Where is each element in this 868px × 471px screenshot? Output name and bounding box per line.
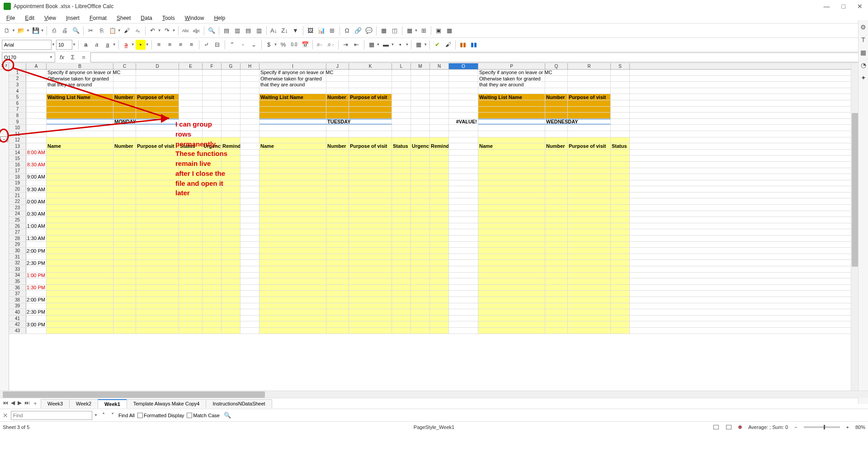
cell[interactable]	[47, 168, 113, 174]
sum-average-indicator[interactable]: Average: ; Sum: 0	[748, 424, 788, 430]
cell[interactable]	[326, 76, 349, 82]
cell[interactable]	[392, 82, 411, 88]
cell-protection-icon[interactable]: ▮▮	[458, 40, 468, 50]
cell[interactable]	[411, 137, 430, 143]
cell[interactable]	[392, 291, 411, 297]
cell[interactable]	[449, 229, 478, 235]
cell[interactable]	[478, 174, 545, 180]
cell[interactable]	[222, 137, 241, 143]
cell[interactable]	[179, 193, 203, 198]
row-header[interactable]: 31	[9, 254, 26, 260]
cell[interactable]	[392, 211, 411, 217]
cell[interactable]	[241, 303, 259, 309]
cell[interactable]	[545, 113, 568, 118]
cell[interactable]	[136, 278, 179, 284]
cell[interactable]	[478, 309, 545, 315]
cell[interactable]	[568, 125, 611, 131]
cell[interactable]	[241, 125, 259, 131]
cell[interactable]	[568, 223, 611, 229]
cell[interactable]: 12:00 PM	[26, 248, 47, 254]
cell[interactable]	[26, 242, 47, 248]
cell[interactable]	[430, 70, 449, 75]
cell[interactable]	[449, 242, 478, 248]
cell[interactable]	[259, 180, 326, 186]
cell[interactable]	[568, 205, 611, 211]
cell[interactable]	[241, 316, 259, 321]
insert-col-icon[interactable]: ▥	[232, 26, 242, 36]
col-header-M[interactable]: M	[411, 63, 430, 69]
cell[interactable]	[478, 217, 545, 223]
cell[interactable]	[392, 303, 411, 309]
cell[interactable]	[430, 223, 449, 229]
cell[interactable]	[241, 186, 259, 192]
cell[interactable]	[545, 211, 568, 217]
cell[interactable]	[26, 155, 47, 161]
cell[interactable]	[326, 168, 349, 174]
scrollbar-thumb[interactable]	[852, 113, 858, 267]
cell[interactable]	[179, 266, 203, 272]
cell[interactable]	[545, 125, 568, 131]
row-header[interactable]: 18	[9, 174, 26, 180]
cell[interactable]	[611, 260, 630, 266]
cell[interactable]	[136, 316, 179, 321]
cell[interactable]	[349, 217, 392, 223]
cell[interactable]	[203, 186, 222, 192]
cell[interactable]: Name	[259, 143, 326, 149]
cell[interactable]	[26, 143, 47, 149]
cell[interactable]	[203, 137, 222, 143]
menu-edit[interactable]: Edit	[20, 14, 39, 22]
cell[interactable]	[259, 303, 326, 309]
undo-icon[interactable]: ↶	[148, 26, 158, 36]
cell[interactable]	[326, 328, 349, 334]
cell[interactable]	[392, 242, 411, 248]
cell[interactable]	[430, 174, 449, 180]
cell[interactable]	[349, 125, 392, 131]
cell[interactable]	[47, 150, 113, 155]
cell[interactable]	[326, 303, 349, 309]
cell[interactable]	[113, 248, 136, 254]
find-prev-icon[interactable]: ˄	[100, 412, 107, 419]
cell[interactable]	[26, 291, 47, 297]
cell[interactable]	[545, 193, 568, 198]
cell[interactable]	[259, 236, 326, 241]
cell[interactable]	[430, 186, 449, 192]
cell[interactable]	[349, 266, 392, 272]
cell[interactable]	[326, 88, 349, 94]
cell[interactable]: 9:00 AM	[26, 174, 47, 180]
cell[interactable]	[449, 100, 478, 106]
cell[interactable]	[222, 217, 241, 223]
cell[interactable]	[611, 186, 630, 192]
cell[interactable]	[478, 260, 545, 266]
cell[interactable]	[349, 180, 392, 186]
cell[interactable]	[203, 119, 222, 125]
cell[interactable]	[47, 229, 113, 235]
col-header-H[interactable]: H	[241, 63, 259, 69]
clone-format-icon[interactable]: 🖌	[122, 26, 132, 36]
cell[interactable]	[611, 94, 630, 100]
cell[interactable]	[545, 131, 568, 137]
cell[interactable]	[113, 100, 136, 106]
cell[interactable]	[430, 107, 449, 113]
outline-level-1[interactable]: 1	[0, 63, 5, 69]
cell[interactable]	[545, 205, 568, 211]
cell[interactable]	[259, 223, 326, 229]
cell[interactable]	[203, 131, 222, 137]
find-close-icon[interactable]: ✕	[3, 412, 8, 419]
cell[interactable]	[349, 82, 392, 88]
cell[interactable]	[568, 260, 611, 266]
cell[interactable]	[136, 211, 179, 217]
cell[interactable]	[392, 205, 411, 211]
page-style-indicator[interactable]: PageStyle_Week1	[414, 424, 454, 430]
cell[interactable]	[26, 94, 47, 100]
cell[interactable]	[349, 321, 392, 327]
cell[interactable]	[259, 131, 326, 137]
comment-icon[interactable]: 💬	[364, 26, 374, 36]
sheet-tab[interactable]: Week2	[69, 399, 98, 408]
cell[interactable]	[136, 297, 179, 303]
cell[interactable]	[392, 223, 411, 229]
cell[interactable]	[568, 211, 611, 217]
col-header-J[interactable]: J	[326, 63, 349, 69]
cell[interactable]: Status	[611, 143, 630, 149]
cell[interactable]	[47, 211, 113, 217]
cell[interactable]	[259, 162, 326, 168]
